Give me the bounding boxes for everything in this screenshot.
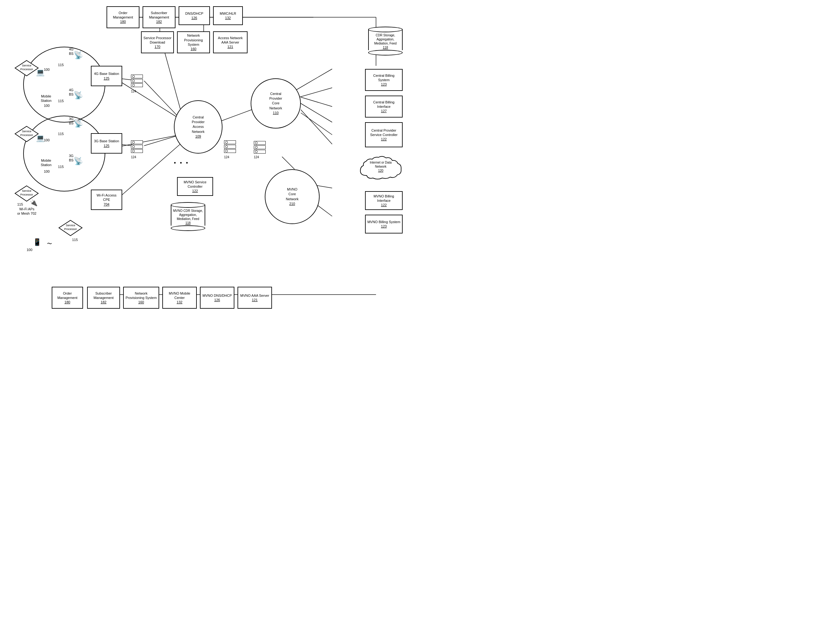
mvno-sc-num: 122: [179, 189, 211, 193]
laptop-1-icon: 💻: [36, 68, 44, 77]
service-processor-4-area: Service Processor: [58, 219, 83, 238]
num-115-5: 115: [17, 202, 23, 207]
wifi-aps-label: Wi-Fi APsor Mesh 702: [17, 207, 36, 216]
network-diagram: Order Management 180 Subscriber Manageme…: [0, 0, 408, 322]
wifi-signal-icon: 〜: [47, 241, 52, 247]
svg-text:Processor: Processor: [20, 133, 33, 136]
3g-bs-label: 3GBS: [69, 117, 74, 126]
svg-line-25: [301, 110, 332, 144]
service-processor-2-area: Service Processor: [14, 125, 39, 144]
svg-line-24: [301, 103, 332, 122]
access-network-num: 121: [215, 44, 245, 49]
tower-4g-2-icon: 📡: [74, 91, 83, 100]
num-100-3: 100: [44, 138, 49, 142]
cbs-label: Central Billing System: [367, 73, 400, 83]
order-mgmt-top-label: Order Management: [109, 11, 137, 20]
service-processor-download-box: Service Processor Download 170: [141, 31, 174, 53]
bs4g-num: 125: [94, 76, 119, 81]
sp-download-num: 170: [143, 44, 172, 49]
cpsc-num: 122: [367, 137, 400, 141]
mwc-hlr-box: MWC/HLR 132: [213, 6, 243, 25]
network-provisioning-bottom-box: Network Provisioning System 160: [123, 287, 159, 309]
mvno-cdr-body: MVNO CDR Storage,Aggregation,Mediation, …: [171, 205, 205, 225]
sub-mgmt-bottom-label: Subscriber Management: [89, 291, 118, 300]
access-network-label: Access Network AAA Server: [215, 36, 245, 45]
mvno-core-network-ellipse: MVNOCoreNetwork 210: [265, 169, 320, 224]
server-stack-124-3: [224, 140, 236, 153]
access-network-aaa-box: Access Network AAA Server 121: [213, 31, 248, 53]
mvno-mc-num: 132: [164, 300, 195, 304]
3g-bs-label2: 3GBS: [69, 153, 74, 163]
central-billing-interface-box: Central Billing Interface 127: [365, 95, 403, 118]
svg-text:Service: Service: [22, 64, 31, 67]
laptop-2-icon: 💻: [36, 134, 44, 142]
num-115-6: 115: [72, 238, 78, 242]
sub-mgmt-top-num: 182: [145, 20, 173, 24]
num-124-3: 124: [224, 155, 229, 159]
num-115-2: 115: [58, 99, 64, 103]
bs3g-label: 3G Base Station: [94, 139, 119, 143]
cpan-label: CentralProviderAccessNetwork: [192, 115, 205, 133]
sp-download-label: Service Processor Download: [143, 36, 172, 45]
central-billing-system-box: Central Billing System 123: [365, 69, 403, 91]
num-115-4: 115: [58, 164, 64, 169]
cpan-num: 109: [195, 135, 201, 138]
wifi-cpe-label: Wi-Fi Access CPE: [93, 193, 120, 202]
bs3g-num: 125: [94, 144, 119, 148]
svg-line-4: [119, 144, 180, 198]
net-prov-bottom-num: 160: [125, 300, 157, 304]
dns-dhcp-num: 126: [185, 16, 203, 20]
order-mgmt-top-num: 180: [109, 20, 137, 24]
svg-text:Processor: Processor: [20, 68, 33, 71]
server-stack-124-1: [131, 75, 143, 88]
service-processor-1-area: Service Processor: [14, 60, 39, 78]
sub-mgmt-top-label: Subscriber Management: [145, 11, 173, 20]
base-station-3g-box: 3G Base Station 125: [91, 133, 122, 153]
svg-line-2: [119, 81, 180, 119]
net-prov-top-num: 160: [179, 47, 208, 51]
mobile-station-1-label: MobileStation: [41, 94, 51, 103]
4g-bs-label2: 4GBS: [69, 88, 74, 97]
mvno-mobile-center-box: MVNO Mobile Center 132: [162, 287, 197, 309]
mvno-bi-label: MVNO Billing Interface: [367, 194, 400, 203]
central-provider-service-controller-box: Central Provider Service Controller 122: [365, 122, 403, 147]
mobile-station-2-label: MobileStation: [41, 158, 51, 167]
server-stack-124-2: [131, 140, 143, 153]
svg-line-7: [301, 97, 332, 107]
mwc-hlr-num: 132: [220, 16, 236, 20]
order-mgmt-bottom-num: 180: [54, 300, 81, 304]
cpcn-num: 110: [273, 111, 279, 115]
mvno-cdr-bottom: [171, 225, 205, 231]
net-prov-top-label: Network Provisioning System: [179, 33, 208, 47]
dns-dhcp-label: DNS/DHCP: [185, 11, 203, 16]
svg-text:Service: Service: [66, 224, 75, 227]
cpsc-label: Central Provider Service Controller: [367, 128, 400, 137]
server-stack-124-4: [254, 141, 266, 154]
mvno-service-controller-box: MVNO Service Controller 122: [177, 177, 213, 196]
mvno-bs-num: 123: [367, 224, 400, 228]
svg-line-8: [301, 113, 332, 135]
mvno-dns-num: 126: [202, 298, 232, 302]
mvno-aaa-label: MVNO AAA Server: [241, 293, 269, 298]
num-100-4: 100: [44, 169, 49, 173]
cbi-label: Central Billing Interface: [367, 100, 400, 109]
sub-mgmt-bottom-num: 182: [89, 300, 118, 304]
mvno-mc-label: MVNO Mobile Center: [164, 291, 195, 300]
subscriber-management-top-box: Subscriber Management 182: [142, 6, 175, 28]
num-100-2: 100: [44, 103, 49, 108]
mvno-dns-dhcp-box: MVNO DNS/DHCP 126: [200, 287, 234, 309]
svg-text:Service: Service: [22, 189, 31, 192]
mvno-bi-num: 122: [367, 203, 400, 207]
cdr-cylinder-body: CDR Storage,Aggregation,Mediation, Feed1…: [368, 29, 403, 50]
mvno-billing-interface-box: MVNO Billing Interface 122: [365, 191, 403, 210]
mwc-hlr-label: MWC/HLR: [220, 11, 236, 16]
svg-text:Processor: Processor: [64, 227, 77, 231]
internet-label: Internet or DataNetwork120: [370, 161, 391, 172]
mvno-cdr-top: [171, 202, 205, 208]
svg-line-26: [282, 157, 294, 169]
tower-4g-1-icon: 📡: [74, 51, 83, 60]
mvno-cn-num: 210: [289, 202, 295, 205]
order-management-top-box: Order Management 180: [107, 6, 139, 28]
svg-line-3: [119, 135, 180, 147]
num-124-1: 124: [131, 89, 136, 94]
